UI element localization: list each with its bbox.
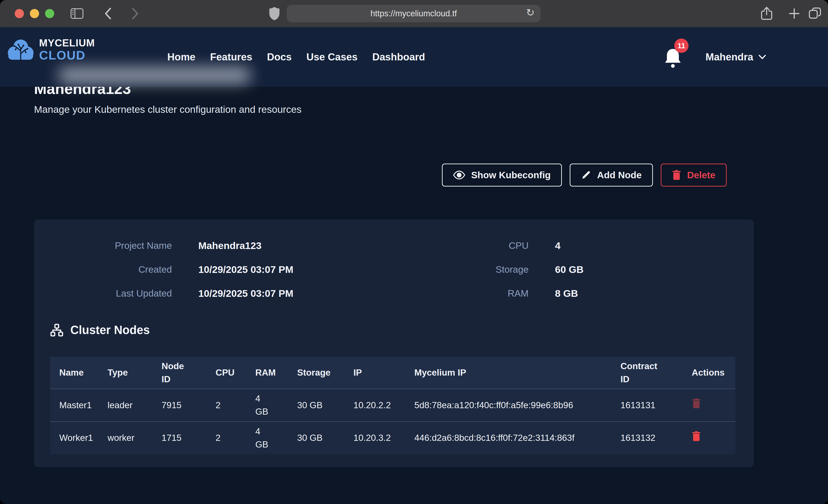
browser-toolbar: https://myceliumcloud.tf ↻	[0, 0, 828, 27]
detail-label: Last Updated	[34, 282, 172, 305]
forward-button[interactable]	[130, 0, 140, 27]
col-name: Name	[50, 357, 108, 389]
delete-label: Delete	[687, 170, 715, 180]
table-row: Worker1 worker 1715 2 4 GB 30 GB 10.20.3…	[50, 422, 735, 454]
col-mycelium-ip: Mycelium IP	[414, 357, 620, 389]
sidebar-toggle-icon[interactable]	[70, 0, 84, 27]
network-nodes-icon	[50, 324, 64, 337]
cell-ip: 10.20.3.2	[354, 422, 414, 454]
notifications-button[interactable]: 11	[664, 45, 685, 70]
table-header-row: Name Type Node ID CPU RAM Storage IP Myc…	[50, 357, 735, 389]
cluster-actions: Show Kubeconfig Add Node Delete	[442, 164, 727, 186]
user-name: Mahendra	[705, 51, 753, 63]
cell-cpu: 2	[215, 389, 255, 422]
cell-name: Worker1	[50, 422, 108, 454]
shield-icon[interactable]	[268, 0, 280, 27]
share-icon[interactable]	[760, 0, 773, 27]
logo[interactable]: MYCELIUM CLOUD	[6, 37, 95, 62]
add-node-label: Add Node	[597, 170, 641, 180]
cell-name: Master1	[50, 389, 108, 422]
nav-link-features[interactable]: Features	[210, 51, 252, 63]
title-blur-smudge	[58, 67, 251, 84]
detail-value: 8 GB	[529, 282, 754, 305]
browser-window: https://myceliumcloud.tf ↻	[0, 0, 828, 504]
delete-cluster-button[interactable]: Delete	[661, 164, 727, 186]
cluster-details-grid: Project Name Mahendra123 CPU 4 Created 1…	[34, 234, 754, 305]
cell-type: worker	[108, 422, 162, 454]
page-subtitle: Manage your Kubernetes cluster configura…	[34, 104, 301, 115]
trash-icon	[672, 170, 681, 180]
col-ram: RAM	[255, 357, 297, 389]
col-cpu: CPU	[215, 357, 255, 389]
cell-ram: 4 GB	[255, 389, 297, 422]
trash-icon	[692, 398, 701, 409]
col-ip: IP	[354, 357, 414, 389]
minimize-window-button[interactable]	[30, 9, 39, 18]
nav-link-use-cases[interactable]: Use Cases	[306, 51, 358, 63]
cell-cpu: 2	[215, 422, 255, 454]
cell-node-id: 1715	[162, 422, 215, 454]
cluster-nodes-heading: Cluster Nodes	[50, 323, 150, 337]
cell-storage: 30 GB	[297, 389, 354, 422]
back-button[interactable]	[104, 0, 113, 27]
pencil-icon	[581, 170, 591, 180]
tab-overview-icon[interactable]	[808, 0, 822, 27]
detail-label: CPU	[405, 234, 529, 257]
detail-value: 10/29/2025 03:07 PM	[172, 282, 405, 305]
user-menu[interactable]: Mahendra	[705, 27, 766, 87]
chevron-down-icon	[758, 54, 766, 59]
detail-value: 60 GB	[529, 257, 754, 282]
add-node-button[interactable]: Add Node	[570, 164, 653, 186]
zoom-window-button[interactable]	[45, 9, 54, 18]
table-row: Master1 leader 7915 2 4 GB 30 GB 10.20.2…	[50, 389, 735, 422]
reload-icon[interactable]: ↻	[526, 7, 535, 18]
notification-badge: 11	[674, 39, 689, 53]
col-storage: Storage	[297, 357, 354, 389]
cell-node-id: 7915	[162, 389, 215, 422]
detail-label: RAM	[405, 282, 529, 305]
cluster-nodes-title: Cluster Nodes	[70, 323, 150, 337]
logo-line1: MYCELIUM	[39, 38, 95, 48]
detail-value: 4	[529, 234, 754, 257]
detail-label: Storage	[405, 257, 529, 282]
eye-icon	[453, 170, 465, 180]
delete-node-button[interactable]	[692, 431, 701, 442]
cell-contract-id: 1613131	[620, 389, 692, 422]
col-type: Type	[108, 357, 162, 389]
cell-ip: 10.20.2.2	[354, 389, 414, 422]
nav-link-docs[interactable]: Docs	[267, 51, 292, 63]
detail-value: 10/29/2025 03:07 PM	[172, 257, 405, 282]
trash-icon	[692, 431, 701, 442]
logo-text: MYCELIUM CLOUD	[39, 38, 95, 61]
cell-mycelium-ip: 5d8:78ea:a120:f40c:ff0f:a5fe:99e6:8b96	[414, 389, 620, 422]
cell-storage: 30 GB	[297, 422, 354, 454]
new-tab-icon[interactable]	[788, 0, 801, 27]
logo-line2: CLOUD	[39, 49, 95, 61]
mycelium-cloud-logo-icon	[6, 37, 35, 62]
url-text: https://myceliumcloud.tf	[370, 9, 457, 18]
cluster-nodes-table: Name Type Node ID CPU RAM Storage IP Myc…	[50, 357, 735, 454]
col-actions: Actions	[692, 357, 735, 389]
detail-label: Created	[34, 257, 172, 282]
detail-label: Project Name	[34, 234, 172, 257]
delete-node-button[interactable]	[692, 398, 701, 409]
cell-contract-id: 1613132	[620, 422, 692, 454]
cell-ram: 4 GB	[255, 422, 297, 454]
detail-value: Mahendra123	[172, 234, 405, 257]
close-window-button[interactable]	[15, 9, 24, 18]
show-kubeconfig-button[interactable]: Show Kubeconfig	[442, 164, 562, 186]
traffic-lights	[15, 9, 54, 18]
col-contract-id: Contract ID	[620, 357, 692, 389]
nav-link-dashboard[interactable]: Dashboard	[372, 51, 425, 63]
col-node-id: Node ID	[162, 357, 215, 389]
address-bar[interactable]: https://myceliumcloud.tf ↻	[287, 5, 540, 22]
cell-type: leader	[108, 389, 162, 422]
cluster-details-card: Project Name Mahendra123 CPU 4 Created 1…	[34, 219, 754, 467]
show-kubeconfig-label: Show Kubeconfig	[471, 170, 551, 180]
nav-link-home[interactable]: Home	[167, 51, 195, 63]
cell-mycelium-ip: 446:d2a6:8bcd:8c16:ff0f:72e2:3114:863f	[414, 422, 620, 454]
